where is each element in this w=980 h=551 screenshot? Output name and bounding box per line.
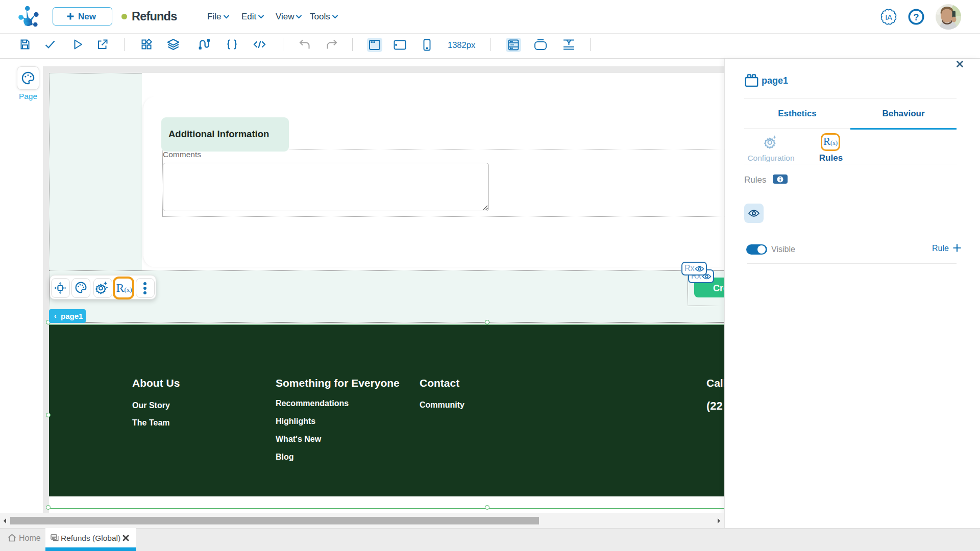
svg-text:IA: IA	[885, 13, 892, 21]
svg-text:?: ?	[914, 12, 919, 22]
